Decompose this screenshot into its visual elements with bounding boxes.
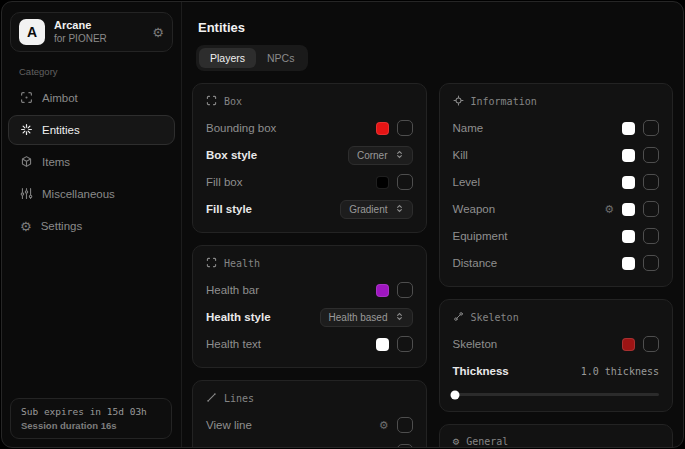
- tab-npcs[interactable]: NPCs: [256, 48, 305, 68]
- card-box: Box Bounding box Box style Corner: [192, 83, 427, 233]
- slider-handle[interactable]: [450, 390, 459, 399]
- view-line-checkbox[interactable]: [397, 417, 413, 433]
- page-title: Entities: [198, 20, 673, 35]
- health-text-checkbox[interactable]: [397, 336, 413, 352]
- card-title: Information: [471, 96, 537, 107]
- thickness-slider[interactable]: [453, 393, 660, 396]
- app-logo: A: [19, 19, 45, 45]
- color-swatch[interactable]: [622, 257, 635, 270]
- app-name: Arcane: [54, 19, 143, 33]
- sidebar-item-label: Miscellaneous: [42, 188, 115, 200]
- app-header: A Arcane for PIONER ⚙: [10, 12, 173, 52]
- setting-row-level: Level: [453, 171, 660, 193]
- line-icon: [206, 392, 217, 405]
- bounding-box-checkbox[interactable]: [397, 120, 413, 136]
- card-health: Health Health bar Health style Health ba…: [192, 245, 427, 368]
- crosshair-icon: [20, 91, 33, 106]
- sidebar-item-label: Items: [42, 156, 70, 168]
- entity-tabbar: Players NPCs: [196, 45, 308, 71]
- sidebar-item-entities[interactable]: Entities: [8, 115, 175, 145]
- skeleton-checkbox[interactable]: [643, 336, 659, 352]
- gear-icon[interactable]: ⚙: [379, 447, 389, 448]
- sidebar-item-items[interactable]: Items: [8, 147, 175, 177]
- session-duration-text: Session duration 16s: [21, 420, 161, 431]
- card-general: ⚙ General Visibility check ⚙ Max distanc…: [439, 424, 674, 447]
- setting-row-fill-style: Fill style Gradient: [206, 198, 413, 220]
- info-crosshair-icon: [453, 95, 464, 108]
- line-to-enemy-checkbox[interactable]: [397, 444, 413, 447]
- gear-icon: ⚙: [20, 220, 32, 233]
- fill-style-dropdown[interactable]: Gradient: [340, 200, 412, 219]
- color-swatch[interactable]: [376, 176, 389, 189]
- sidebar-item-aimbot[interactable]: Aimbot: [8, 83, 175, 113]
- chevron-up-down-icon: [395, 150, 404, 161]
- gear-icon[interactable]: ⚙: [152, 25, 164, 40]
- setting-row-health-bar: Health bar: [206, 279, 413, 301]
- distance-checkbox[interactable]: [643, 255, 659, 271]
- app-subtitle: for PIONER: [54, 33, 143, 46]
- color-swatch[interactable]: [622, 230, 635, 243]
- setting-row-view-line: View line ⚙: [206, 414, 413, 436]
- box-style-dropdown[interactable]: Corner: [348, 146, 413, 165]
- bone-icon: [453, 311, 464, 324]
- setting-row-health-style: Health style Health based: [206, 306, 413, 328]
- color-swatch[interactable]: [622, 203, 635, 216]
- sidebar-item-settings[interactable]: ⚙ Settings: [8, 211, 175, 241]
- name-checkbox[interactable]: [643, 120, 659, 136]
- sidebar-item-label: Aimbot: [42, 92, 78, 104]
- chevron-up-down-icon: [395, 204, 404, 215]
- setting-row-kill: Kill: [453, 144, 660, 166]
- health-bar-checkbox[interactable]: [397, 282, 413, 298]
- sidebar-item-label: Settings: [41, 220, 83, 232]
- sub-expiry-text: Sub expires in 15d 03h: [21, 406, 161, 417]
- color-swatch[interactable]: [622, 149, 635, 162]
- chevron-up-down-icon: [395, 312, 404, 323]
- color-swatch[interactable]: [622, 338, 635, 351]
- subscription-info: Sub expires in 15d 03h Session duration …: [10, 398, 172, 439]
- card-title: General: [466, 436, 508, 447]
- gear-icon[interactable]: ⚙: [604, 204, 614, 215]
- card-title: Health: [224, 258, 260, 269]
- tab-players[interactable]: Players: [199, 48, 256, 68]
- thickness-value: 1.0 thickness: [581, 366, 659, 377]
- category-label: Category: [19, 66, 181, 77]
- setting-row-bounding-box: Bounding box: [206, 117, 413, 139]
- setting-row-weapon: Weapon ⚙: [453, 198, 660, 220]
- color-swatch[interactable]: [376, 122, 389, 135]
- card-title: Lines: [224, 393, 254, 404]
- setting-row-equipment: Equipment: [453, 225, 660, 247]
- setting-row-name: Name: [453, 117, 660, 139]
- color-swatch[interactable]: [622, 176, 635, 189]
- main-content: Entities Players NPCs Box Bounding box: [182, 2, 683, 447]
- card-title: Skeleton: [471, 312, 519, 323]
- card-information: Information Name Kill: [439, 83, 674, 287]
- entities-icon: [20, 123, 33, 138]
- sidebar-item-miscellaneous[interactable]: Miscellaneous: [8, 179, 175, 209]
- equipment-checkbox[interactable]: [643, 228, 659, 244]
- fill-box-checkbox[interactable]: [397, 174, 413, 190]
- cube-icon: [20, 155, 33, 170]
- setting-row-line-to-enemy: Line to enemy ⚙: [206, 441, 413, 447]
- color-swatch[interactable]: [376, 284, 389, 297]
- health-icon: [206, 257, 217, 270]
- level-checkbox[interactable]: [643, 174, 659, 190]
- health-style-dropdown[interactable]: Health based: [320, 308, 413, 327]
- gear-icon: ⚙: [453, 436, 460, 447]
- setting-row-distance: Distance: [453, 252, 660, 274]
- color-swatch[interactable]: [622, 122, 635, 135]
- card-title: Box: [224, 96, 242, 107]
- setting-row-thickness: Thickness 1.0 thickness: [453, 360, 660, 382]
- setting-row-health-text: Health text: [206, 333, 413, 355]
- kill-checkbox[interactable]: [643, 147, 659, 163]
- color-swatch[interactable]: [376, 338, 389, 351]
- card-lines: Lines View line ⚙ Line to enemy ⚙: [192, 380, 427, 447]
- setting-row-box-style: Box style Corner: [206, 144, 413, 166]
- weapon-checkbox[interactable]: [643, 201, 659, 217]
- setting-row-fill-box: Fill box: [206, 171, 413, 193]
- gear-icon[interactable]: ⚙: [379, 420, 389, 431]
- card-skeleton: Skeleton Skeleton Thickness 1.0 thicknes…: [439, 299, 674, 412]
- sidebar: A Arcane for PIONER ⚙ Category Aimbot En…: [2, 2, 182, 447]
- app-window: A Arcane for PIONER ⚙ Category Aimbot En…: [1, 1, 684, 448]
- setting-row-skeleton: Skeleton: [453, 333, 660, 355]
- sidebar-item-label: Entities: [42, 124, 80, 136]
